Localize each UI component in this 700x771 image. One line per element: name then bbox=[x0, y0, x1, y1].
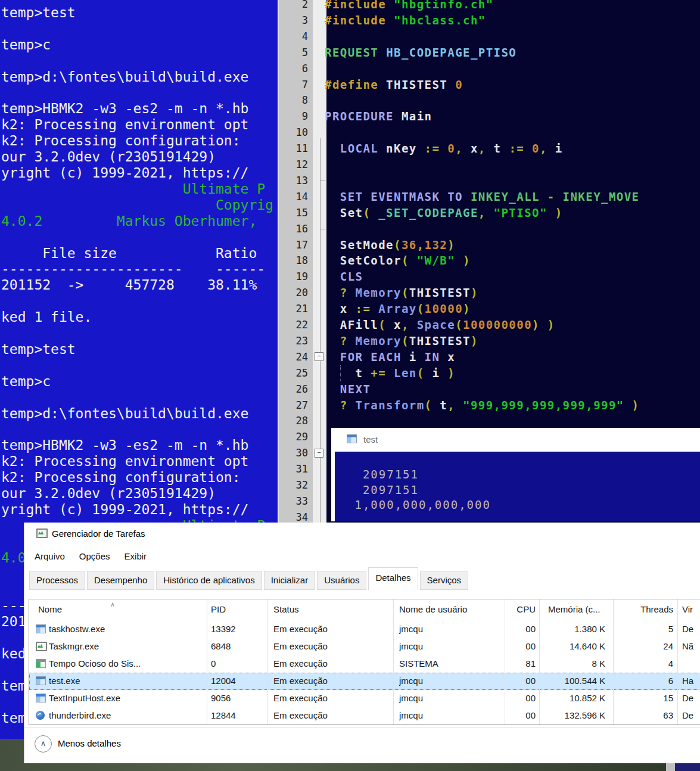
table-row[interactable]: thunderbird.exe12844Em execuçãojmcqu0013… bbox=[29, 707, 700, 725]
tab-usurios[interactable]: Usuários bbox=[317, 571, 366, 590]
line-number: 29 bbox=[279, 429, 308, 445]
cell: 12844 bbox=[211, 710, 265, 720]
column-divider[interactable] bbox=[505, 599, 505, 725]
column-header-row[interactable]: ∧ NomePIDStatusNome de usuárioCPUMemória… bbox=[29, 599, 700, 619]
code-line: ? Memory(THISTEST) bbox=[325, 333, 478, 349]
terminal-line: temp>c bbox=[1, 37, 51, 53]
console-output-area: 2097151 2097151 1,000,000,000,000 bbox=[331, 452, 700, 521]
cell: 6 bbox=[621, 676, 673, 686]
table-row[interactable]: taskhostw.exe13392Em execuçãojmcqu001.38… bbox=[29, 621, 700, 638]
code-line: SetMode(36,132) bbox=[325, 237, 455, 253]
tab-desempenho[interactable]: Desempenho bbox=[87, 571, 154, 590]
cell: jmcqu bbox=[399, 676, 483, 686]
code-line: ? Transform( t, "999,999,999,999,999" ) bbox=[325, 397, 639, 414]
terminal-line: yright (c) 1999-2021, https:// bbox=[1, 502, 248, 518]
line-number: 17 bbox=[279, 237, 308, 253]
terminal-line: our 3.2.0dev (r2305191429) bbox=[1, 149, 216, 165]
cell: 14.640 K bbox=[531, 641, 605, 651]
line-number: 30 bbox=[279, 445, 308, 461]
column-header[interactable]: Vir bbox=[682, 604, 700, 614]
taskmgr-title-bar[interactable]: Gerenciador de Tarefas bbox=[24, 523, 700, 545]
line-number: 23 bbox=[279, 333, 308, 349]
fold-tick bbox=[320, 229, 325, 229]
line-number: 12 bbox=[279, 157, 308, 173]
cell: 6848 bbox=[211, 641, 265, 651]
table-row[interactable]: TextInputHost.exe9056Em execuçãojmcqu001… bbox=[29, 690, 700, 707]
column-divider[interactable] bbox=[613, 599, 614, 725]
line-number: 2 bbox=[279, 0, 308, 13]
code-line: PROCEDURE Main bbox=[325, 108, 432, 125]
fold-collapse-icon[interactable]: − bbox=[315, 352, 323, 361]
menu-bar[interactable]: ArquivoOpçõesExibir bbox=[24, 545, 700, 567]
cell: Em execução bbox=[273, 641, 393, 651]
cell: 1.380 K bbox=[531, 624, 605, 634]
code-line: REQUEST HB_CODEPAGE_PTISO bbox=[325, 45, 517, 61]
code-line: #include "hbgtinfo.ch" bbox=[325, 0, 494, 13]
column-header[interactable]: PID bbox=[211, 604, 265, 614]
cell: 00 bbox=[487, 676, 536, 686]
line-number: 11 bbox=[279, 141, 308, 157]
cell: De bbox=[682, 693, 700, 703]
cell: 00 bbox=[487, 710, 536, 720]
menu-item-exibir[interactable]: Exibir bbox=[125, 551, 147, 561]
line-number-gutter: 2345678910111213141516171819202122232425… bbox=[279, 0, 313, 523]
cell: 00 bbox=[487, 641, 536, 651]
menu-item-arquivo[interactable]: Arquivo bbox=[35, 551, 65, 561]
line-number: 19 bbox=[279, 269, 308, 285]
column-header[interactable]: Nome de usuário bbox=[399, 604, 483, 614]
tab-bar[interactable]: ProcessosDesempenhoHistórico de aplicati… bbox=[24, 567, 700, 590]
table-row[interactable]: Taskmgr.exe6848Em execuçãojmcqu0014.640 … bbox=[29, 638, 700, 655]
column-divider[interactable] bbox=[677, 599, 678, 725]
line-number: 10 bbox=[279, 125, 308, 141]
menu-item-opes[interactable]: Opções bbox=[79, 551, 110, 561]
column-divider[interactable] bbox=[267, 599, 268, 725]
tab-detalhes[interactable]: Detalhes bbox=[368, 567, 418, 590]
terminal-line: our 3.2.0dev (r2305191429) bbox=[1, 486, 216, 502]
column-header[interactable]: Nome bbox=[38, 604, 187, 614]
console-title-bar[interactable]: test bbox=[331, 428, 700, 452]
line-number: 15 bbox=[279, 205, 308, 221]
fold-collapse-icon[interactable]: − bbox=[315, 449, 323, 458]
column-header[interactable]: Threads bbox=[621, 604, 673, 614]
console-window-title: test bbox=[363, 434, 378, 444]
terminal-line: File size Ratio bbox=[1, 245, 257, 262]
column-divider[interactable] bbox=[539, 599, 540, 725]
terminal-line: yright (c) 1999-2021, https:// bbox=[1, 165, 248, 181]
line-number: 18 bbox=[279, 253, 308, 269]
line-number: 26 bbox=[279, 381, 308, 397]
less-details-button[interactable]: ∧ bbox=[35, 735, 52, 753]
taskbar-fragment-navy bbox=[675, 763, 700, 771]
less-details-label: Menos detalhes bbox=[58, 738, 121, 748]
column-divider[interactable] bbox=[207, 599, 207, 725]
tab-servios[interactable]: Serviços bbox=[420, 571, 469, 590]
line-number: 25 bbox=[279, 365, 308, 381]
cell: Tempo Ocioso do Sis... bbox=[49, 658, 198, 669]
test-console-window[interactable]: test 2097151 2097151 1,000,000,000,000 bbox=[331, 428, 700, 521]
code-line: CLS bbox=[325, 269, 363, 285]
column-header[interactable]: Memória (c... bbox=[548, 604, 631, 614]
cell: 9056 bbox=[211, 693, 265, 703]
table-row[interactable]: Tempo Ocioso do Sis...0Em execuçãoSISTEM… bbox=[29, 655, 700, 673]
tab-processos[interactable]: Processos bbox=[29, 571, 85, 590]
cell: Em execução bbox=[273, 658, 393, 669]
cell: 5 bbox=[621, 624, 673, 634]
code-line: NEXT bbox=[325, 381, 371, 397]
app-window-icon bbox=[36, 624, 46, 633]
cell: thunderbird.exe bbox=[49, 710, 198, 720]
line-number: 14 bbox=[279, 189, 308, 205]
cell: 00 bbox=[487, 624, 536, 634]
code-line: Set( _SET_CODEPAGE, "PTISO" ) bbox=[325, 205, 563, 221]
task-manager-window[interactable]: Gerenciador de Tarefas ArquivoOpçõesExib… bbox=[24, 523, 700, 763]
process-list[interactable]: ∧ NomePIDStatusNome de usuárioCPUMemória… bbox=[29, 599, 700, 725]
tab-histricodeaplicativos[interactable]: Histórico de aplicativos bbox=[156, 571, 262, 590]
cell: jmcqu bbox=[399, 693, 483, 703]
cell: Em execução bbox=[273, 676, 393, 686]
cell: Taskmgr.exe bbox=[49, 641, 198, 651]
line-number: 20 bbox=[279, 285, 308, 301]
tab-inicializar[interactable]: Inicializar bbox=[264, 571, 316, 590]
line-number: 33 bbox=[279, 493, 308, 509]
table-row[interactable]: test.exe12004Em execuçãojmcqu00100.544 K… bbox=[29, 673, 700, 690]
column-header[interactable]: CPU bbox=[487, 604, 536, 614]
column-divider[interactable] bbox=[393, 599, 394, 725]
column-header[interactable]: Status bbox=[273, 604, 393, 614]
